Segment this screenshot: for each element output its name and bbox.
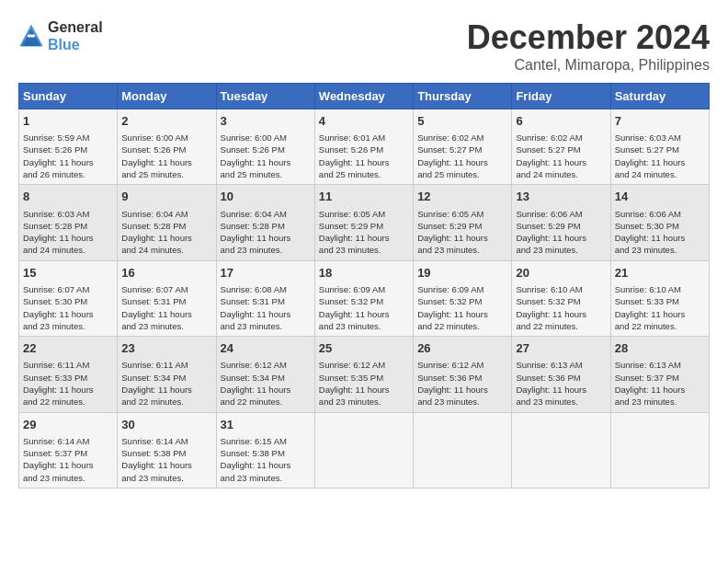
month-title: December 2024 [467, 18, 710, 57]
day-cell: 30Sunrise: 6:14 AM Sunset: 5:38 PM Dayli… [118, 412, 216, 488]
day-number: 16 [121, 265, 211, 282]
day-number: 20 [516, 265, 606, 282]
day-number: 29 [23, 417, 113, 433]
day-cell: 13Sunrise: 6:06 AM Sunset: 5:29 PM Dayli… [512, 185, 610, 260]
day-cell: 5Sunrise: 6:02 AM Sunset: 5:27 PM Daylig… [414, 109, 512, 185]
day-info: Sunrise: 6:11 AM Sunset: 5:33 PM Dayligh… [23, 359, 113, 408]
day-cell: 6Sunrise: 6:02 AM Sunset: 5:27 PM Daylig… [512, 109, 610, 185]
day-info: Sunrise: 6:02 AM Sunset: 5:27 PM Dayligh… [417, 132, 507, 180]
header-cell-friday: Friday [512, 84, 610, 109]
day-info: Sunrise: 6:07 AM Sunset: 5:31 PM Dayligh… [121, 283, 211, 332]
week-row-4: 22Sunrise: 6:11 AM Sunset: 5:33 PM Dayli… [19, 337, 710, 412]
day-cell: 3Sunrise: 6:00 AM Sunset: 5:26 PM Daylig… [216, 109, 314, 185]
header-cell-monday: Monday [118, 84, 216, 109]
title-area: December 2024 Cantel, Mimaropa, Philippi… [467, 18, 710, 74]
svg-rect-2 [28, 35, 35, 38]
day-number: 10 [221, 189, 311, 205]
day-number: 31 [221, 417, 311, 433]
day-number: 22 [23, 340, 113, 357]
day-cell: 31Sunrise: 6:15 AM Sunset: 5:38 PM Dayli… [216, 412, 314, 488]
day-info: Sunrise: 6:10 AM Sunset: 5:32 PM Dayligh… [516, 283, 606, 332]
day-cell: 27Sunrise: 6:13 AM Sunset: 5:36 PM Dayli… [512, 337, 610, 412]
day-number: 26 [417, 340, 507, 357]
day-cell [414, 412, 512, 488]
day-number: 2 [121, 113, 211, 130]
header: General Blue December 2024 Cantel, Mimar… [18, 18, 710, 74]
week-row-5: 29Sunrise: 6:14 AM Sunset: 5:37 PM Dayli… [19, 412, 710, 488]
day-info: Sunrise: 6:13 AM Sunset: 5:37 PM Dayligh… [615, 359, 705, 408]
day-cell: 15Sunrise: 6:07 AM Sunset: 5:30 PM Dayli… [19, 260, 118, 336]
day-info: Sunrise: 6:12 AM Sunset: 5:35 PM Dayligh… [319, 359, 409, 408]
day-info: Sunrise: 6:04 AM Sunset: 5:28 PM Dayligh… [221, 208, 311, 257]
day-number: 17 [221, 265, 311, 282]
day-info: Sunrise: 5:59 AM Sunset: 5:26 PM Dayligh… [23, 132, 113, 180]
day-cell [610, 412, 709, 488]
day-number: 12 [417, 189, 507, 205]
day-number: 14 [615, 189, 705, 205]
header-row: SundayMondayTuesdayWednesdayThursdayFrid… [19, 84, 710, 109]
day-number: 9 [121, 189, 211, 205]
day-cell: 26Sunrise: 6:12 AM Sunset: 5:36 PM Dayli… [414, 337, 512, 412]
day-info: Sunrise: 6:14 AM Sunset: 5:37 PM Dayligh… [23, 435, 113, 484]
calendar-header: SundayMondayTuesdayWednesdayThursdayFrid… [19, 84, 710, 109]
logo-blue: Blue [48, 36, 103, 53]
day-info: Sunrise: 6:14 AM Sunset: 5:38 PM Dayligh… [121, 435, 211, 484]
logo: General Blue [18, 18, 103, 53]
day-info: Sunrise: 6:12 AM Sunset: 5:36 PM Dayligh… [417, 359, 507, 408]
day-info: Sunrise: 6:05 AM Sunset: 5:29 PM Dayligh… [417, 208, 507, 257]
day-info: Sunrise: 6:01 AM Sunset: 5:26 PM Dayligh… [319, 132, 409, 180]
day-info: Sunrise: 6:04 AM Sunset: 5:28 PM Dayligh… [121, 208, 211, 257]
day-info: Sunrise: 6:08 AM Sunset: 5:31 PM Dayligh… [221, 283, 311, 332]
logo-general: General [48, 18, 103, 36]
day-cell: 11Sunrise: 6:05 AM Sunset: 5:29 PM Dayli… [314, 185, 413, 260]
day-info: Sunrise: 6:05 AM Sunset: 5:29 PM Dayligh… [319, 208, 409, 257]
day-cell: 10Sunrise: 6:04 AM Sunset: 5:28 PM Dayli… [216, 185, 314, 260]
day-info: Sunrise: 6:09 AM Sunset: 5:32 PM Dayligh… [319, 283, 409, 332]
day-number: 18 [319, 265, 409, 282]
day-cell: 28Sunrise: 6:13 AM Sunset: 5:37 PM Dayli… [610, 337, 709, 412]
day-cell: 20Sunrise: 6:10 AM Sunset: 5:32 PM Dayli… [512, 260, 610, 336]
week-row-3: 15Sunrise: 6:07 AM Sunset: 5:30 PM Dayli… [19, 260, 710, 336]
day-cell: 2Sunrise: 6:00 AM Sunset: 5:26 PM Daylig… [118, 109, 216, 185]
logo-icon [18, 23, 44, 49]
week-row-1: 1Sunrise: 5:59 AM Sunset: 5:26 PM Daylig… [19, 109, 710, 185]
day-info: Sunrise: 6:00 AM Sunset: 5:26 PM Dayligh… [221, 132, 311, 180]
day-number: 1 [23, 113, 113, 130]
day-info: Sunrise: 6:00 AM Sunset: 5:26 PM Dayligh… [121, 132, 211, 180]
day-cell: 14Sunrise: 6:06 AM Sunset: 5:30 PM Dayli… [610, 185, 709, 260]
day-number: 5 [417, 113, 507, 130]
day-cell: 12Sunrise: 6:05 AM Sunset: 5:29 PM Dayli… [414, 185, 512, 260]
day-number: 30 [121, 417, 211, 433]
header-cell-sunday: Sunday [19, 84, 118, 109]
day-number: 21 [615, 265, 705, 282]
day-info: Sunrise: 6:02 AM Sunset: 5:27 PM Dayligh… [516, 132, 606, 180]
day-cell: 7Sunrise: 6:03 AM Sunset: 5:27 PM Daylig… [610, 109, 709, 185]
day-number: 28 [615, 340, 705, 357]
day-info: Sunrise: 6:07 AM Sunset: 5:30 PM Dayligh… [23, 283, 113, 332]
header-cell-saturday: Saturday [610, 84, 709, 109]
day-cell: 22Sunrise: 6:11 AM Sunset: 5:33 PM Dayli… [19, 337, 118, 412]
day-cell: 25Sunrise: 6:12 AM Sunset: 5:35 PM Dayli… [314, 337, 413, 412]
day-number: 11 [319, 189, 409, 205]
day-cell: 29Sunrise: 6:14 AM Sunset: 5:37 PM Dayli… [19, 412, 118, 488]
day-info: Sunrise: 6:12 AM Sunset: 5:34 PM Dayligh… [221, 359, 311, 408]
day-cell: 18Sunrise: 6:09 AM Sunset: 5:32 PM Dayli… [314, 260, 413, 336]
day-info: Sunrise: 6:03 AM Sunset: 5:27 PM Dayligh… [615, 132, 705, 180]
day-number: 7 [615, 113, 705, 130]
day-cell [314, 412, 413, 488]
day-info: Sunrise: 6:06 AM Sunset: 5:29 PM Dayligh… [516, 208, 606, 257]
header-cell-thursday: Thursday [414, 84, 512, 109]
day-number: 25 [319, 340, 409, 357]
day-number: 19 [417, 265, 507, 282]
day-info: Sunrise: 6:10 AM Sunset: 5:33 PM Dayligh… [615, 283, 705, 332]
week-row-2: 8Sunrise: 6:03 AM Sunset: 5:28 PM Daylig… [19, 185, 710, 260]
day-info: Sunrise: 6:15 AM Sunset: 5:38 PM Dayligh… [221, 435, 311, 484]
logo-text: General Blue [48, 18, 103, 53]
day-info: Sunrise: 6:13 AM Sunset: 5:36 PM Dayligh… [516, 359, 606, 408]
day-number: 8 [23, 189, 113, 205]
day-cell: 16Sunrise: 6:07 AM Sunset: 5:31 PM Dayli… [118, 260, 216, 336]
day-info: Sunrise: 6:03 AM Sunset: 5:28 PM Dayligh… [23, 208, 113, 257]
day-cell: 23Sunrise: 6:11 AM Sunset: 5:34 PM Dayli… [118, 337, 216, 412]
day-info: Sunrise: 6:11 AM Sunset: 5:34 PM Dayligh… [121, 359, 211, 408]
day-number: 3 [221, 113, 311, 130]
